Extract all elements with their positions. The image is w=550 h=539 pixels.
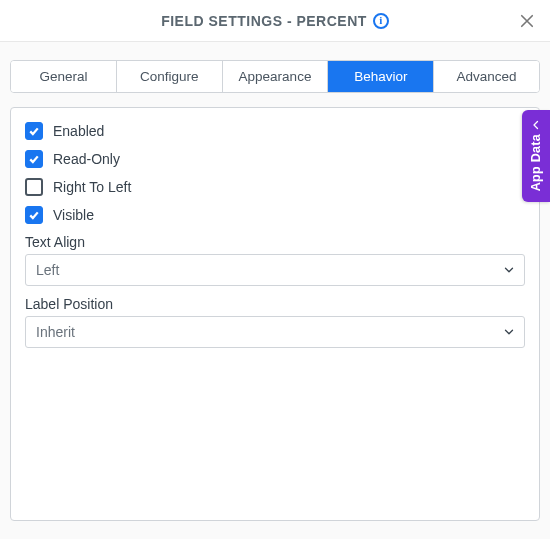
checkbox-row-enabled: Enabled (25, 122, 525, 140)
content-area: General Configure Appearance Behavior Ad… (0, 42, 550, 531)
tab-configure[interactable]: Configure (117, 61, 223, 92)
chevron-down-icon (502, 325, 516, 339)
app-data-side-tab[interactable]: App Data (522, 110, 550, 202)
tab-label: Advanced (457, 69, 517, 84)
checkbox-row-readonly: Read-Only (25, 150, 525, 168)
behavior-panel: Enabled Read-Only Right To Left Visible … (10, 107, 540, 521)
select-value: Inherit (36, 324, 75, 340)
text-align-label: Text Align (25, 234, 525, 250)
close-icon[interactable] (518, 12, 536, 30)
checkbox-label[interactable]: Read-Only (53, 151, 120, 167)
label-position-group: Label Position Inherit (25, 296, 525, 348)
side-tab-label: App Data (529, 134, 543, 191)
checkbox-label[interactable]: Visible (53, 207, 94, 223)
text-align-select[interactable]: Left (25, 254, 525, 286)
checkbox-visible[interactable] (25, 206, 43, 224)
checkbox-label[interactable]: Right To Left (53, 179, 131, 195)
checkbox-row-visible: Visible (25, 206, 525, 224)
tab-label: General (39, 69, 87, 84)
chevron-left-icon (530, 118, 542, 130)
label-position-select[interactable]: Inherit (25, 316, 525, 348)
checkbox-label[interactable]: Enabled (53, 123, 104, 139)
info-icon[interactable]: i (373, 13, 389, 29)
tab-general[interactable]: General (11, 61, 117, 92)
chevron-down-icon (502, 263, 516, 277)
text-align-group: Text Align Left (25, 234, 525, 286)
checkbox-readonly[interactable] (25, 150, 43, 168)
label-position-label: Label Position (25, 296, 525, 312)
tab-behavior[interactable]: Behavior (328, 61, 434, 92)
dialog-title: FIELD SETTINGS - PERCENT (161, 13, 367, 29)
checkbox-rtl[interactable] (25, 178, 43, 196)
tab-appearance[interactable]: Appearance (223, 61, 329, 92)
checkbox-row-rtl: Right To Left (25, 178, 525, 196)
select-value: Left (36, 262, 59, 278)
tab-label: Configure (140, 69, 199, 84)
tab-bar: General Configure Appearance Behavior Ad… (10, 60, 540, 93)
checkbox-enabled[interactable] (25, 122, 43, 140)
tab-label: Appearance (239, 69, 312, 84)
tab-label: Behavior (354, 69, 407, 84)
dialog-header: FIELD SETTINGS - PERCENT i (0, 0, 550, 42)
tab-advanced[interactable]: Advanced (434, 61, 539, 92)
